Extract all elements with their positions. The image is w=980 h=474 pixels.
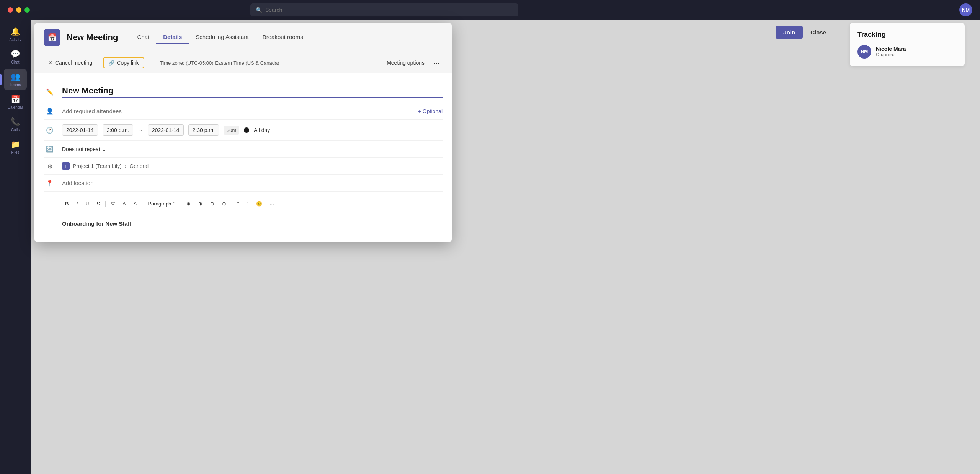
list-button[interactable]: ⊕ bbox=[219, 199, 229, 208]
avatar: NM bbox=[858, 45, 871, 59]
tracking-panel: Tracking NM Nicole Mara Organizer bbox=[850, 23, 965, 66]
channel-name[interactable]: Project 1 (Team Lily) bbox=[73, 163, 122, 169]
editor-row: B I U S ▽ A A Paragraph ˅ ⊕ ⊕ ⊕ ⊕ " bbox=[44, 192, 443, 235]
panel-tabs: Chat Details Scheduling Assistant Breako… bbox=[130, 31, 310, 44]
location-row: 📍 bbox=[44, 175, 443, 192]
calendar-icon-inner: 📅 bbox=[47, 33, 57, 42]
sidebar-item-files[interactable]: 📁 Files bbox=[4, 137, 27, 158]
quote-close-button[interactable]: " bbox=[243, 199, 252, 208]
toolbar-separator bbox=[152, 58, 152, 67]
date-time-controls: 2022-01-14 2:00 p.m. → 2022-01-14 2:30 p… bbox=[62, 124, 443, 136]
end-time-select[interactable]: 2:30 p.m. bbox=[188, 124, 219, 136]
calls-icon: 📞 bbox=[11, 117, 20, 126]
x-icon: ✕ bbox=[48, 60, 53, 66]
tab-details[interactable]: Details bbox=[156, 31, 189, 44]
sidebar-label-files: Files bbox=[11, 150, 19, 155]
sidebar: 🔔 Activity 💬 Chat 👥 Teams 📅 Calendar 📞 C… bbox=[0, 20, 31, 474]
more-editor-button[interactable]: ··· bbox=[267, 199, 277, 208]
bold-button[interactable]: B bbox=[62, 199, 72, 208]
maximize-window-button[interactable] bbox=[24, 7, 30, 13]
editor-content-area: Onboarding for New Staff bbox=[44, 217, 443, 230]
search-icon: 🔍 bbox=[256, 7, 262, 13]
sidebar-label-activity: Activity bbox=[9, 37, 21, 42]
channel-row: ⊕ T Project 1 (Team Lily) › General bbox=[44, 158, 443, 175]
tab-scheduling[interactable]: Scheduling Assistant bbox=[189, 31, 255, 44]
format-button[interactable]: ▽ bbox=[108, 199, 118, 208]
panel-header: 📅 New Meeting Chat Details Scheduling As… bbox=[34, 23, 452, 52]
paragraph-button[interactable]: Paragraph ˅ bbox=[145, 199, 178, 208]
sidebar-item-teams[interactable]: 👥 Teams bbox=[4, 69, 27, 90]
search-input[interactable] bbox=[265, 7, 513, 13]
more-options-button[interactable]: ··· bbox=[431, 57, 443, 68]
location-input[interactable] bbox=[62, 180, 443, 186]
panel-body: ✏️ 👤 + Optional 🕐 2022-01-14 2:00 p.m. →… bbox=[34, 73, 452, 242]
meeting-panel: 📅 New Meeting Chat Details Scheduling As… bbox=[34, 23, 452, 242]
avatar[interactable]: NM bbox=[959, 3, 972, 16]
editor-toolbar: B I U S ▽ A A Paragraph ˅ ⊕ ⊕ ⊕ ⊕ " bbox=[62, 196, 277, 211]
sidebar-item-calendar[interactable]: 📅 Calendar bbox=[4, 91, 27, 112]
repeat-row: 🔄 Does not repeat ⌄ bbox=[44, 141, 443, 158]
end-date-input[interactable]: 2022-01-14 bbox=[148, 124, 184, 136]
panel-title: New Meeting bbox=[67, 33, 118, 42]
quote-open-button[interactable]: " bbox=[234, 199, 242, 208]
person-info: Nicole Mara Organizer bbox=[876, 46, 906, 57]
sidebar-item-activity[interactable]: 🔔 Activity bbox=[4, 24, 27, 45]
chevron-down-icon: ⌄ bbox=[102, 146, 106, 152]
join-button[interactable]: Join bbox=[776, 26, 803, 39]
emoji-button[interactable]: 🙂 bbox=[253, 199, 265, 208]
underline-button[interactable]: U bbox=[82, 199, 92, 208]
repeat-icon: 🔄 bbox=[44, 145, 56, 153]
sidebar-label-chat: Chat bbox=[11, 60, 19, 64]
user-avatar-area: NM bbox=[959, 3, 972, 16]
repeat-select[interactable]: Does not repeat ⌄ bbox=[62, 146, 106, 152]
cancel-meeting-button[interactable]: ✕ Cancel meeting bbox=[44, 57, 97, 68]
editor-area: B I U S ▽ A A Paragraph ˅ ⊕ ⊕ ⊕ ⊕ " bbox=[44, 196, 443, 211]
teams-icon: 👥 bbox=[11, 72, 20, 81]
datetime-row: 🕐 2022-01-14 2:00 p.m. → 2022-01-14 2:30… bbox=[44, 120, 443, 141]
tab-chat[interactable]: Chat bbox=[130, 31, 156, 44]
person-role: Organizer bbox=[876, 52, 906, 57]
activity-icon: 🔔 bbox=[11, 27, 20, 36]
search-bar[interactable]: 🔍 bbox=[250, 3, 518, 16]
strikethrough-button[interactable]: S bbox=[93, 199, 103, 208]
clock-icon: 🕐 bbox=[44, 127, 56, 134]
link-editor-button[interactable]: ⊕ bbox=[183, 199, 194, 208]
meeting-options-button[interactable]: Meeting options bbox=[387, 60, 425, 66]
channel-info: T Project 1 (Team Lily) › General bbox=[62, 162, 149, 170]
close-button[interactable]: Close bbox=[806, 26, 831, 39]
table-button[interactable]: ⊕ bbox=[195, 199, 206, 208]
link-icon: 🔗 bbox=[108, 60, 114, 66]
meeting-title-input[interactable] bbox=[62, 86, 443, 98]
top-right-buttons: Join Close bbox=[776, 26, 831, 39]
start-date-input[interactable]: 2022-01-14 bbox=[62, 124, 98, 136]
location-icon: 📍 bbox=[44, 179, 56, 187]
optional-link[interactable]: + Optional bbox=[418, 108, 443, 114]
channel-arrow-icon: › bbox=[125, 163, 127, 169]
sidebar-item-chat[interactable]: 💬 Chat bbox=[4, 46, 27, 67]
sidebar-label-calls: Calls bbox=[11, 128, 20, 132]
duration-badge: 30m bbox=[224, 126, 239, 135]
tab-breakout[interactable]: Breakout rooms bbox=[256, 31, 310, 44]
status-dot bbox=[244, 127, 249, 133]
timezone-label: Time zone: (UTC-05:00) Eastern Time (US … bbox=[160, 60, 381, 66]
editor-body-text[interactable]: Onboarding for New Staff bbox=[62, 217, 443, 230]
calendar-icon: 📅 bbox=[11, 94, 20, 104]
person-name: Nicole Mara bbox=[876, 46, 906, 52]
sidebar-item-calls[interactable]: 📞 Calls bbox=[4, 114, 27, 135]
italic-button[interactable]: I bbox=[73, 199, 81, 208]
start-time-select[interactable]: 2:00 p.m. bbox=[103, 124, 133, 136]
copy-link-button[interactable]: 🔗 Copy link bbox=[103, 57, 144, 68]
meeting-icon: 📅 bbox=[44, 29, 60, 46]
editor-sep-1 bbox=[105, 201, 106, 207]
minimize-window-button[interactable] bbox=[16, 7, 21, 13]
edit-icon: ✏️ bbox=[44, 88, 56, 96]
highlight-button[interactable]: A bbox=[131, 199, 140, 208]
editor-sep-4 bbox=[232, 201, 232, 207]
files-icon: 📁 bbox=[11, 140, 20, 149]
channel-sub-name[interactable]: General bbox=[129, 163, 149, 169]
all-day-label[interactable]: All day bbox=[254, 127, 270, 133]
attendees-input[interactable] bbox=[62, 108, 412, 114]
font-color-button[interactable]: A bbox=[119, 199, 129, 208]
close-window-button[interactable] bbox=[8, 7, 13, 13]
code-button[interactable]: ⊕ bbox=[207, 199, 217, 208]
